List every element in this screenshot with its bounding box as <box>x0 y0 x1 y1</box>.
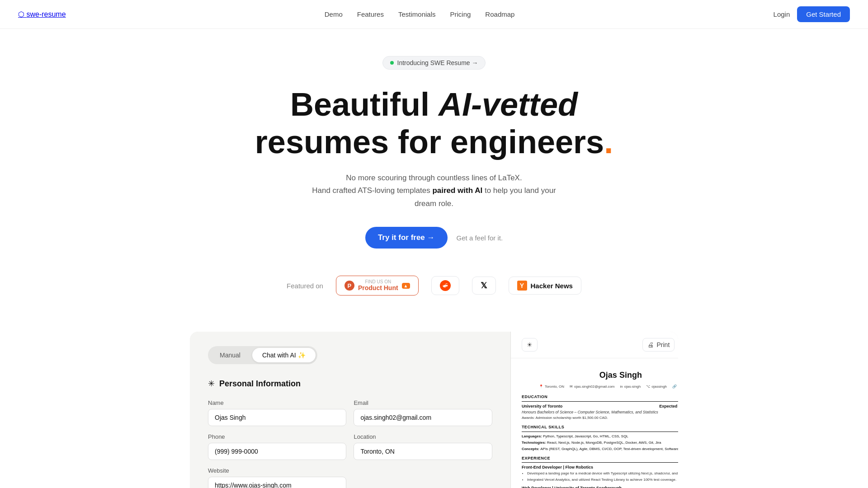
resume-concepts: Concepts: APIs (REST, GraphQL), Agile, D… <box>522 446 678 452</box>
resume-document: Ojas Singh 📍 Toronto, ON ✉ ojas.singh02@… <box>522 369 678 488</box>
location-group: Location <box>354 433 492 460</box>
reddit-badge[interactable] <box>431 276 459 295</box>
email-input[interactable] <box>354 409 492 426</box>
resume-preview: Ojas Singh 📍 Toronto, ON ✉ ojas.singh02@… <box>511 358 678 488</box>
section-title: Personal Information <box>219 379 301 389</box>
location-label: Location <box>354 433 492 440</box>
name-group: Name <box>208 399 346 426</box>
resume-languages: Languages: Python, Typescript, Javascrip… <box>522 434 678 439</box>
logo-text: swe-resume <box>26 10 66 18</box>
featured-label: Featured on <box>287 282 323 290</box>
resume-job2-header: Web Developer | University of Toronto Sc… <box>522 485 678 488</box>
hero-subtitle: No more scouring through countless lines… <box>307 172 561 211</box>
resume-name: Ojas Singh <box>522 369 678 381</box>
manual-toggle[interactable]: Manual <box>210 348 250 362</box>
hero-title-dot: . <box>604 124 613 160</box>
name-input[interactable] <box>208 409 346 426</box>
reddit-icon <box>440 280 451 291</box>
print-label: Print <box>656 341 670 348</box>
product-hunt-badge-score: ▲ <box>402 283 410 289</box>
resume-linkedin: in ojas-singh <box>620 384 641 389</box>
person-icon: ✳ <box>208 379 215 389</box>
resume-job1-header: Front-End Developer | Flow Robotics May … <box>522 465 678 471</box>
badge-dot <box>390 61 394 65</box>
resume-experience-title: Experience <box>522 455 678 463</box>
x-icon: 𝕏 <box>481 281 487 291</box>
website-row: Website <box>208 467 492 488</box>
resume-contact: 📍 Toronto, ON ✉ ojas.singh02@gmail.com i… <box>522 384 678 389</box>
resume-technologies: Technologies: React, Next.js, Node.js, M… <box>522 440 678 446</box>
featured-on: Featured on P FIND US ON Product Hunt ▲ … <box>9 276 859 314</box>
right-toolbar: ☀ 🖨 Print ⚙ Settings <box>511 332 678 358</box>
resume-skills-title: Technical Skills <box>522 424 678 432</box>
resume-bullet: Developed a landing page for a medical d… <box>527 471 678 476</box>
resume-university-entry: University of Toronto Expected graduatio… <box>522 404 678 421</box>
toggle-bar: Manual Chat with AI ✨ <box>208 346 317 364</box>
hero-section: Introducing SWE Resume → Beautiful AI-ve… <box>0 29 868 332</box>
try-free-button[interactable]: Try it for free → <box>365 227 448 249</box>
chat-ai-toggle[interactable]: Chat with AI ✨ <box>252 348 316 362</box>
hacker-news-badge[interactable]: Y Hacker News <box>509 277 581 295</box>
resume-job2-entry: Web Developer | University of Toronto Sc… <box>522 485 678 488</box>
nav-link-features[interactable]: Features <box>357 10 384 18</box>
hero-badge[interactable]: Introducing SWE Resume → <box>382 56 486 70</box>
login-button[interactable]: Login <box>774 10 790 18</box>
hero-title-resumes: resumes for engineers <box>255 124 604 160</box>
product-hunt-badge[interactable]: P FIND US ON Product Hunt ▲ <box>336 276 419 296</box>
print-icon: 🖨 <box>647 341 654 348</box>
website-label: Website <box>208 467 346 474</box>
nav-link-testimonials[interactable]: Testimonials <box>398 10 436 18</box>
phone-group: Phone <box>208 433 346 460</box>
resume-degree: Honours Bachelors of Science – Computer … <box>522 409 678 415</box>
phone-location-row: Phone Location <box>208 433 492 460</box>
website-group: Website <box>208 467 346 488</box>
hero-title: Beautiful AI-vetted resumes for engineer… <box>9 86 859 161</box>
navbar: ⬡ swe-resume Demo Features Testimonials … <box>0 0 868 29</box>
theme-toggle-button[interactable]: ☀ <box>522 338 538 352</box>
resume-awards: Awards: Admission scholarship worth $1,5… <box>522 415 678 421</box>
hero-subtitle-bold: paired with AI <box>432 186 482 195</box>
nav-link-pricing[interactable]: Pricing <box>450 10 471 18</box>
nav-logo[interactable]: ⬡ swe-resume <box>18 10 66 19</box>
hero-cta-sub: Get a feel for it. <box>457 234 503 242</box>
resume-bullet: Integrated Vercel Analytics, and utilize… <box>527 477 678 483</box>
hero-cta: Try it for free → Get a feel for it. <box>9 227 859 249</box>
hero-title-beautiful: Beautiful <box>290 86 439 122</box>
hacker-news-label: Hacker News <box>531 282 573 290</box>
location-input[interactable] <box>354 443 492 460</box>
email-label: Email <box>354 399 492 406</box>
resume-github: ⌥ ojassingh <box>646 384 667 389</box>
right-panel: ☀ 🖨 Print ⚙ Settings Ojas Singh <box>511 332 678 488</box>
form-grid: Name Email <box>208 399 492 426</box>
toolbar-right: 🖨 Print ⚙ Settings <box>642 338 678 352</box>
resume-city: 📍 Toronto, ON <box>539 384 564 389</box>
resume-university-header: University of Toronto Expected graduatio… <box>522 404 678 410</box>
badge-text: Introducing SWE Resume → <box>397 59 478 66</box>
nav-link-demo[interactable]: Demo <box>325 10 343 18</box>
x-twitter-badge[interactable]: 𝕏 <box>472 277 496 295</box>
get-started-button[interactable]: Get Started <box>797 6 850 22</box>
website-input[interactable] <box>208 477 346 488</box>
nav-actions: Login Get Started <box>774 6 850 22</box>
phone-input[interactable] <box>208 443 346 460</box>
product-hunt-logo: P <box>344 281 354 291</box>
resume-job1-bullets: Developed a landing page for a medical d… <box>522 471 678 483</box>
resume-email: ✉ ojas.singh02@gmail.com <box>570 384 615 389</box>
section-header: ✳ Personal Information <box>208 379 492 389</box>
left-panel: Manual Chat with AI ✨ ✳ Personal Informa… <box>190 332 511 488</box>
hacker-news-icon: Y <box>517 281 527 291</box>
name-label: Name <box>208 399 346 406</box>
nav-link-roadmap[interactable]: Roadmap <box>485 10 514 18</box>
resume-education-title: Education <box>522 394 678 402</box>
resume-job1-entry: Front-End Developer | Flow Robotics May … <box>522 465 678 483</box>
logo-icon: ⬡ <box>18 10 24 18</box>
resume-website: 🔗 ojas-singh.com <box>672 384 678 389</box>
product-hunt-label: FIND US ON Product Hunt <box>358 280 398 291</box>
hero-title-italic: AI-vetted <box>439 86 578 122</box>
toolbar-left: ☀ <box>522 338 538 352</box>
app-preview: Manual Chat with AI ✨ ✳ Personal Informa… <box>190 332 678 488</box>
nav-links: Demo Features Testimonials Pricing Roadm… <box>325 10 515 18</box>
print-button[interactable]: 🖨 Print <box>642 338 675 352</box>
email-group: Email <box>354 399 492 426</box>
phone-label: Phone <box>208 433 346 440</box>
